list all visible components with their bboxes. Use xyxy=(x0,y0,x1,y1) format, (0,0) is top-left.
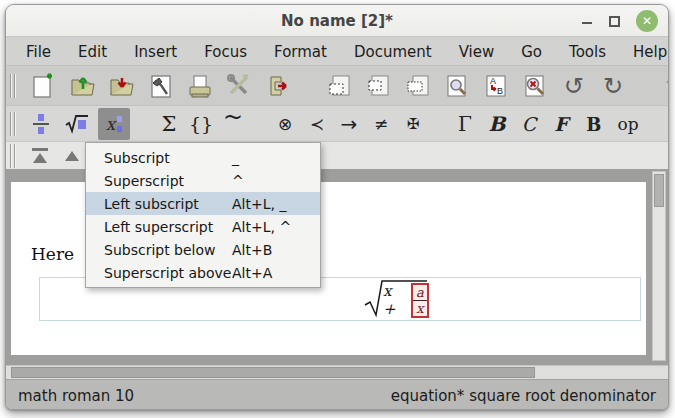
titlebar[interactable]: No name [2]* ✕ xyxy=(6,5,668,37)
fraktur-letter-button[interactable]: F xyxy=(548,110,574,138)
scripts-button[interactable]: x xyxy=(98,108,130,140)
vertical-scrollbar[interactable] xyxy=(652,171,666,361)
menu-edit[interactable]: Edit xyxy=(78,43,107,61)
menu-focus[interactable]: Focus xyxy=(204,43,247,61)
redo-icon: ↻ xyxy=(603,74,623,98)
save-folder-icon xyxy=(109,73,135,99)
horizontal-scrollbar-thumb[interactable] xyxy=(11,367,535,378)
maximize-icon[interactable] xyxy=(609,16,620,27)
main-toolbar: A B ↺ ↻ ☜ xyxy=(6,65,668,105)
replace-button[interactable]: A B xyxy=(481,71,511,101)
export-icon xyxy=(265,73,291,99)
new-document-button[interactable] xyxy=(29,71,59,101)
toolbar-grip[interactable] xyxy=(10,74,15,98)
spellcheck-icon xyxy=(522,73,548,99)
paste-button[interactable] xyxy=(403,71,433,101)
menu-help[interactable]: Help xyxy=(633,43,667,61)
fraction-button[interactable] xyxy=(26,109,56,139)
menu-tools[interactable]: Tools xyxy=(569,43,606,61)
scripts-icon: x xyxy=(106,114,123,134)
cut-button[interactable] xyxy=(364,71,394,101)
cut-icon xyxy=(366,73,392,99)
printer-icon xyxy=(187,73,213,99)
back-hand-icon: ☜ xyxy=(665,74,669,97)
paragraph-text[interactable]: Here xyxy=(31,244,74,264)
calligraphic-letter-button[interactable]: C xyxy=(516,110,542,138)
arrow-button[interactable]: → xyxy=(336,110,362,138)
copy-button[interactable] xyxy=(325,71,355,101)
equation[interactable]: x + a x xyxy=(363,278,429,320)
preferences-button[interactable] xyxy=(224,71,254,101)
up-triangle-icon xyxy=(65,151,79,161)
menu-item-left-superscript[interactable]: Left superscript Alt+L, ^ xyxy=(86,215,320,238)
vertical-scrollbar-thumb[interactable] xyxy=(654,174,664,207)
square-root-button[interactable] xyxy=(62,109,92,139)
statusbar: math roman 10 equation* square root deno… xyxy=(6,379,668,410)
redo-button[interactable]: ↻ xyxy=(598,71,628,101)
blackboard-letter-button[interactable]: B B xyxy=(580,110,606,138)
math-toolbar: x Σ {} ~ ⊗ ≺ → ≠ ✠ Γ B C F B B op xyxy=(6,105,668,141)
svg-text:B: B xyxy=(497,86,503,96)
focus-up-button[interactable] xyxy=(60,144,84,168)
fraction-icon xyxy=(30,112,52,136)
paste-icon xyxy=(405,73,431,99)
menu-format[interactable]: Format xyxy=(274,43,327,61)
toolbar-grip[interactable] xyxy=(10,112,15,136)
spellcheck-button[interactable] xyxy=(520,71,550,101)
open-document-button[interactable] xyxy=(68,71,98,101)
negation-button[interactable]: ≠ xyxy=(368,110,394,138)
bold-letter-button[interactable]: B xyxy=(484,110,510,138)
exit-focus-button[interactable] xyxy=(28,144,52,168)
menu-file[interactable]: File xyxy=(26,43,51,61)
fraction-denominator: x xyxy=(416,301,423,316)
menu-item-left-subscript[interactable]: Left subscript Alt+L, _ xyxy=(86,192,320,215)
close-icon[interactable]: ✕ xyxy=(636,10,658,32)
accent-button[interactable]: ~ xyxy=(220,110,246,138)
exit-up-icon xyxy=(32,148,48,163)
menu-item-superscript[interactable]: Superscript ^ xyxy=(86,169,320,192)
minimize-icon[interactable] xyxy=(581,15,593,27)
copy-icon xyxy=(327,73,353,99)
scripts-dropdown-menu: Subscript _ Superscript ^ Left subscript… xyxy=(85,142,321,288)
back-button[interactable]: ☜ xyxy=(660,71,669,101)
undo-icon: ↺ xyxy=(564,74,584,98)
app-window: No name [2]* ✕ File Edit Insert Focus Fo… xyxy=(5,4,669,410)
relation-button[interactable]: ≺ xyxy=(304,110,330,138)
svg-text:A: A xyxy=(490,76,496,86)
undo-button[interactable]: ↺ xyxy=(559,71,589,101)
menu-insert[interactable]: Insert xyxy=(134,43,177,61)
menu-item-superscript-above[interactable]: Superscript above Alt+A xyxy=(86,261,320,284)
status-left: math roman 10 xyxy=(18,387,134,405)
export-button[interactable] xyxy=(263,71,293,101)
menu-document[interactable]: Document xyxy=(354,43,432,61)
big-operator-button[interactable]: Σ xyxy=(156,110,182,138)
menu-item-subscript-below[interactable]: Subscript below Alt+B xyxy=(86,238,320,261)
menubar: File Edit Insert Focus Format Document V… xyxy=(6,38,668,65)
search-page-icon xyxy=(444,73,470,99)
operator-button[interactable]: op xyxy=(612,110,644,138)
horizontal-scrollbar[interactable] xyxy=(6,365,668,379)
focus-box[interactable]: a x xyxy=(411,283,429,318)
tools-icon xyxy=(226,73,252,99)
miscellaneous-symbol-button[interactable]: ✠ xyxy=(400,110,426,138)
search-button[interactable] xyxy=(442,71,472,101)
open-folder-icon xyxy=(70,73,96,99)
status-right: equation* square root denominator xyxy=(391,387,656,405)
toolbar-grip[interactable] xyxy=(10,144,15,168)
window-title: No name [2]* xyxy=(281,12,393,30)
menu-go[interactable]: Go xyxy=(521,43,542,61)
square-root-icon xyxy=(65,112,89,136)
fraction-numerator: a xyxy=(416,285,424,300)
braces-button[interactable]: {} xyxy=(188,110,214,138)
radicand-text: x + xyxy=(383,282,407,318)
new-document-icon xyxy=(31,73,57,99)
hammer-icon xyxy=(148,73,174,99)
save-document-button[interactable] xyxy=(107,71,137,101)
binary-operator-button[interactable]: ⊗ xyxy=(272,110,298,138)
replace-icon: A B xyxy=(483,73,509,99)
greek-letter-button[interactable]: Γ xyxy=(452,110,478,138)
print-button[interactable] xyxy=(185,71,215,101)
menu-item-subscript[interactable]: Subscript _ xyxy=(86,146,320,169)
menu-view[interactable]: View xyxy=(459,43,495,61)
compile-button[interactable] xyxy=(146,71,176,101)
